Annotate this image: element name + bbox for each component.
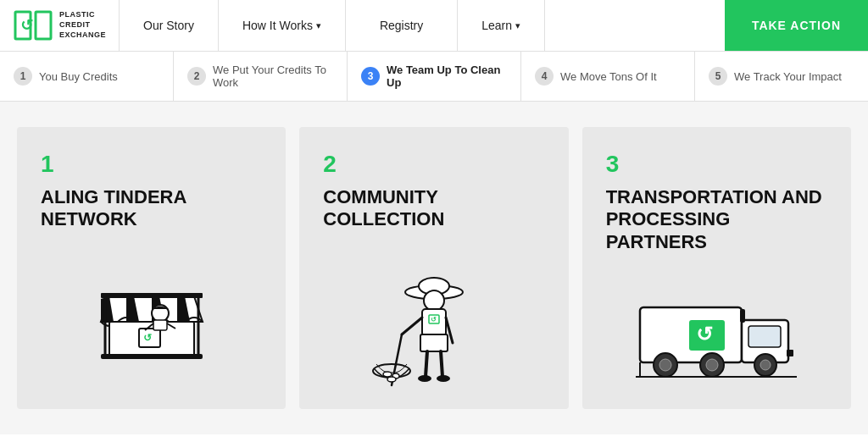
svg-text:↺: ↺ [696, 323, 713, 345]
step-5-number: 5 [709, 67, 727, 86]
nav-registry[interactable]: Registry [346, 0, 458, 51]
card-2-number: 2 [323, 151, 544, 178]
step-2[interactable]: 2 We Put Your Credits To Work [174, 52, 348, 101]
svg-point-42 [659, 359, 671, 371]
card-2-title: COMMUNITYCOLLECTION [323, 186, 544, 231]
logo-icon: ↺ [14, 10, 53, 41]
cards-row: 1 ALING TINDERANETWORK [17, 127, 851, 409]
main-nav: Our Story How It Works ▾ Registry Learn … [119, 0, 725, 51]
svg-point-28 [418, 375, 431, 382]
svg-line-30 [402, 318, 422, 334]
svg-rect-40 [740, 309, 745, 323]
step-5-label: We Track Your Impact [734, 70, 842, 83]
svg-rect-8 [101, 293, 203, 298]
steps-bar: 1 You Buy Credits 2 We Put Your Credits … [0, 52, 868, 102]
take-action-button[interactable]: TAKE ACTION [725, 0, 868, 51]
svg-point-44 [706, 359, 718, 371]
step-4-label: We Move Tons Of It [560, 70, 657, 83]
card-1-title: ALING TINDERANETWORK [41, 186, 262, 231]
svg-rect-2 [36, 12, 51, 39]
nav-learn[interactable]: Learn ▾ [458, 0, 545, 51]
card-2-illustration: ↺ [323, 251, 544, 392]
step-1-label: You Buy Credits [39, 70, 118, 83]
nav-our-story[interactable]: Our Story [119, 0, 219, 51]
svg-text:↺: ↺ [431, 316, 437, 323]
svg-point-21 [424, 290, 444, 311]
svg-rect-51 [787, 350, 793, 356]
logo-text: PLASTICCREDITEXCHANGE [59, 10, 106, 40]
shop-stall-icon: ↺ [84, 254, 220, 390]
collector-icon: ↺ [366, 254, 502, 390]
header: ↺ PLASTICCREDITEXCHANGE Our Story How It… [0, 0, 868, 52]
svg-line-26 [426, 351, 427, 377]
step-1[interactable]: 1 You Buy Credits [0, 52, 174, 101]
main-content: 1 ALING TINDERANETWORK [0, 102, 868, 434]
step-2-label: We Put Your Credits To Work [213, 64, 333, 89]
truck-icon: ↺ [632, 273, 801, 392]
card-3-illustration: ↺ [606, 273, 827, 392]
card-1-number: 1 [41, 151, 262, 178]
card-3-number: 3 [606, 151, 827, 178]
svg-point-46 [760, 360, 771, 370]
card-3-title: TRANSPORTATION ANDPROCESSING PARTNERS [606, 186, 827, 253]
svg-point-35 [387, 377, 396, 382]
step-3-number: 3 [361, 67, 380, 86]
svg-point-33 [383, 372, 392, 377]
step-5[interactable]: 5 We Track Your Impact [695, 52, 868, 101]
svg-rect-25 [420, 334, 448, 351]
step-3-label: We Team Up To Clean Up [387, 64, 507, 89]
svg-text:↺: ↺ [20, 17, 33, 34]
chevron-down-icon: ▾ [515, 20, 520, 31]
step-2-number: 2 [187, 67, 206, 86]
svg-line-27 [441, 351, 442, 377]
svg-rect-18 [101, 354, 203, 359]
svg-point-29 [437, 375, 450, 382]
svg-rect-39 [748, 326, 781, 347]
step-3[interactable]: 3 We Team Up To Clean Up [348, 52, 521, 101]
svg-rect-13 [153, 320, 167, 330]
card-1-illustration: ↺ [41, 251, 262, 392]
card-3: 3 TRANSPORTATION ANDPROCESSING PARTNERS [582, 127, 851, 409]
step-1-number: 1 [14, 67, 32, 86]
chevron-down-icon: ▾ [316, 20, 321, 31]
nav-how-it-works[interactable]: How It Works ▾ [219, 0, 346, 51]
svg-text:↺: ↺ [143, 332, 152, 344]
step-4[interactable]: 4 We Move Tons Of It [521, 52, 695, 101]
step-4-number: 4 [535, 67, 554, 86]
card-2: 2 COMMUNITYCOLLECTION ↺ [299, 127, 568, 409]
card-1: 1 ALING TINDERANETWORK [17, 127, 286, 409]
logo[interactable]: ↺ PLASTICCREDITEXCHANGE [0, 10, 119, 41]
